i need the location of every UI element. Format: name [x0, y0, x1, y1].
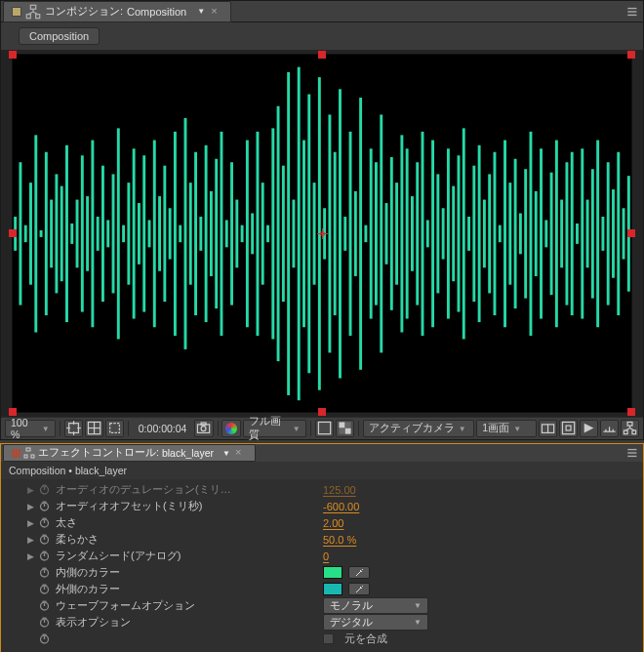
mask-toggle-button[interactable] — [105, 420, 124, 437]
svg-rect-73 — [343, 217, 346, 251]
camera-dropdown[interactable]: アクティブカメラ ▼ — [363, 420, 475, 437]
transform-handle-ml[interactable] — [9, 229, 17, 237]
svg-rect-156 — [632, 430, 636, 434]
eyedropper-button[interactable] — [348, 583, 370, 595]
svg-rect-117 — [571, 152, 574, 315]
svg-rect-35 — [148, 220, 151, 247]
transform-handle-tc[interactable] — [318, 51, 326, 59]
anchor-point-icon[interactable] — [317, 228, 328, 239]
prop-value[interactable]: 50.0 % — [323, 534, 356, 546]
composition-viewer[interactable] — [12, 54, 632, 413]
transform-handle-bc[interactable] — [318, 408, 326, 416]
transform-handle-mr[interactable] — [627, 229, 635, 237]
close-tab-button[interactable]: × — [211, 6, 222, 18]
zoom-dropdown[interactable]: 100 % ▼ — [5, 420, 56, 437]
view-layout-dropdown[interactable]: 1画面 ▼ — [476, 420, 536, 437]
resolution-dropdown[interactable]: フル画質 ▼ — [243, 420, 306, 437]
color-swatch-inner[interactable] — [323, 566, 342, 579]
transform-handle-tr[interactable] — [627, 51, 635, 59]
stopwatch-icon[interactable] — [39, 501, 50, 511]
prop-label: 外側のカラー — [56, 582, 120, 596]
chevron-down-icon[interactable]: ▼ — [197, 7, 205, 16]
stopwatch-icon[interactable] — [39, 633, 50, 644]
panel-menu-button[interactable] — [625, 4, 641, 20]
current-time[interactable]: 0:00:00:04 — [133, 423, 193, 434]
roi-button[interactable] — [315, 420, 334, 437]
svg-rect-17 — [55, 174, 58, 293]
svg-rect-44 — [194, 152, 197, 315]
close-tab-button[interactable]: × — [235, 447, 247, 459]
transform-handle-bl[interactable] — [9, 408, 17, 416]
prop-value[interactable]: 2.00 — [323, 517, 343, 529]
eyedropper-button[interactable] — [348, 566, 370, 579]
svg-rect-105 — [508, 183, 511, 285]
effect-controls-tab[interactable]: エフェクトコントロール: black_layer ▼ × — [3, 444, 256, 462]
svg-rect-129 — [68, 424, 78, 433]
stopwatch-icon[interactable] — [39, 567, 50, 578]
svg-rect-149 — [566, 427, 571, 431]
chevron-down-icon[interactable]: ▼ — [222, 449, 230, 458]
stopwatch-icon[interactable] — [39, 534, 50, 545]
prop-audio-offset: ▶ オーディオオフセット(ミリ秒) -600.00 — [1, 498, 643, 514]
svg-rect-91 — [436, 174, 439, 293]
share-view-button[interactable] — [539, 420, 557, 437]
transform-handle-br[interactable] — [627, 408, 635, 416]
svg-rect-25 — [97, 217, 100, 251]
prop-value[interactable]: 125.00 — [323, 484, 356, 496]
svg-rect-144 — [344, 423, 350, 428]
stopwatch-icon[interactable] — [39, 617, 50, 628]
channel-button[interactable] — [221, 420, 240, 437]
flowchart-button[interactable] — [621, 420, 639, 437]
svg-rect-18 — [60, 186, 63, 282]
svg-rect-114 — [555, 141, 558, 328]
panel-menu-button[interactable] — [625, 445, 641, 461]
transform-handle-tl[interactable] — [9, 51, 17, 59]
reticle-button[interactable] — [64, 420, 83, 437]
svg-rect-83 — [395, 183, 398, 285]
stopwatch-icon[interactable] — [39, 600, 50, 611]
prop-value[interactable]: -600.00 — [323, 501, 359, 512]
svg-rect-86 — [411, 196, 414, 271]
prop-value[interactable]: 0 — [323, 550, 329, 562]
waveform-dropdown[interactable]: モノラル ▼ — [323, 597, 428, 614]
twisty-icon[interactable]: ▶ — [26, 535, 35, 545]
stopwatch-icon[interactable] — [39, 584, 50, 594]
composition-path-pill[interactable]: Composition — [19, 27, 100, 45]
svg-rect-96 — [463, 128, 465, 339]
flowchart-icon — [25, 4, 41, 20]
stopwatch-icon[interactable] — [39, 517, 50, 528]
transparency-grid-button[interactable] — [336, 420, 354, 437]
layer-color-chip — [12, 449, 20, 458]
twisty-icon[interactable]: ▶ — [26, 551, 35, 561]
svg-rect-40 — [174, 132, 177, 336]
color-swatch-outer[interactable] — [323, 583, 342, 595]
fast-preview-button[interactable] — [580, 420, 598, 437]
stopwatch-icon[interactable] — [39, 550, 50, 561]
display-dropdown[interactable]: デジタル ▼ — [323, 614, 428, 631]
svg-rect-67 — [313, 183, 316, 285]
snapshot-button[interactable] — [194, 420, 213, 437]
svg-rect-89 — [426, 220, 429, 247]
svg-rect-115 — [560, 200, 563, 268]
svg-rect-108 — [524, 169, 527, 298]
svg-rect-119 — [581, 148, 584, 318]
svg-rect-0 — [30, 5, 35, 9]
svg-rect-21 — [76, 200, 79, 268]
pixel-aspect-button[interactable] — [559, 420, 578, 437]
svg-rect-118 — [576, 224, 579, 244]
twisty-icon[interactable]: ▶ — [26, 518, 35, 528]
prop-thickness: ▶ 太さ 2.00 — [1, 514, 643, 531]
twisty-icon[interactable]: ▶ — [26, 485, 35, 495]
svg-rect-126 — [617, 152, 620, 315]
breadcrumb-layer[interactable]: black_layer — [75, 465, 127, 476]
composition-tab[interactable]: コンポジション: Composition ▼ × — [3, 1, 231, 22]
svg-rect-95 — [458, 155, 461, 311]
stopwatch-icon[interactable] — [39, 484, 50, 495]
timeline-button[interactable] — [600, 420, 619, 437]
prop-label: 内側のカラー — [56, 565, 120, 580]
grid-toggle-button[interactable] — [85, 420, 103, 437]
composition-panel-header: コンポジション: Composition ▼ × — [1, 1, 643, 22]
breadcrumb-comp[interactable]: Composition — [9, 465, 65, 476]
twisty-icon[interactable]: ▶ — [26, 502, 35, 511]
composite-checkbox[interactable] — [323, 633, 334, 644]
